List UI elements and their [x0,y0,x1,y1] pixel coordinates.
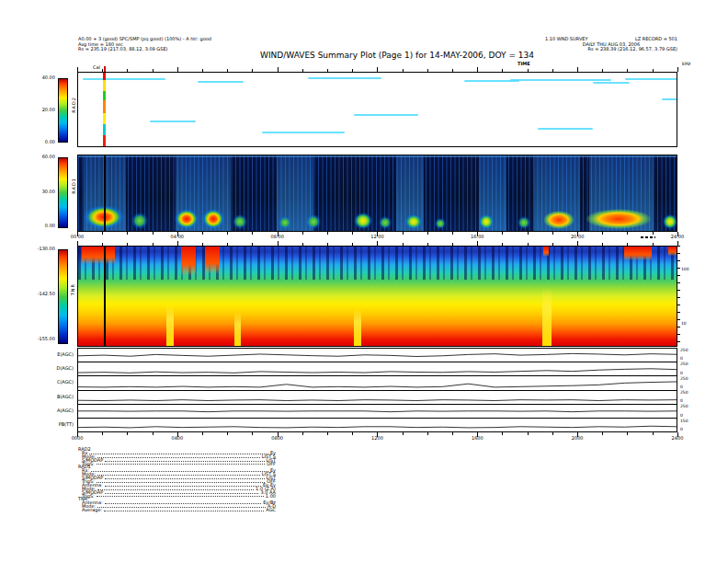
rad2-panel-label: RAD2 [71,97,76,113]
header-right-block: 1.10 WND SURVEY LZ RECORD = 501 DAILY TH… [545,37,677,52]
tnr-red-burst [181,247,196,276]
bottom-tick-label: 1600 [472,436,483,441]
bottom-tick-label: 2400 [672,436,684,441]
tnr-spectrogram-panel [77,246,677,347]
rad2-emission-streak [593,82,630,84]
calibration-line [104,247,106,346]
agc-strip-line [78,362,677,375]
frequency-unit-label: kHz [682,62,690,67]
tnr-right-tick-10: 10 [681,322,687,327]
rad2-colorbar-tick-max: 40.00 [26,75,55,80]
tnr-right-minor-ticks [677,246,680,347]
time-tick-label: 08:00 [270,235,283,239]
time-axis-label: TIME [518,62,530,67]
rad2-emission-streak [308,77,381,79]
rad1-panel-label: RAD1 [71,178,76,194]
strip-label-c(agc): C(AGC) [33,380,74,385]
strip-label-b(agc): B(AGC) [33,395,74,399]
rad1-emission-blob [405,214,422,229]
bottom-tick-label: 0000 [72,436,84,441]
bottom-tick-label: 2000 [572,436,584,441]
calibration-line [104,155,106,231]
rad2-emission-streak [510,79,611,81]
footer-leader-dots [97,456,259,458]
tnr-right-tick-100: 100 [681,268,689,272]
agc-strip-a(agc) [78,405,677,419]
agc-strip-pb(tt) [78,419,677,431]
rad1-emission-blob [233,214,247,229]
agc-strip-line [78,405,677,418]
footer-leader-dots [105,492,258,494]
rad1-emission-blob [131,213,148,229]
tnr-red-burst [624,247,652,260]
page-title: WIND/WAVES Summary Plot (Page 1) for 14-… [66,51,728,60]
rad2-emission-streak [354,114,418,116]
footer-leader-dots [105,477,264,479]
strip-right-tick-bottom: 0 [680,399,683,404]
tnr-red-burst [82,247,115,264]
tnr-red-burst [668,247,677,256]
bottom-tick-label: 0800 [271,436,283,441]
rad1-emission-blob [354,213,372,229]
rad2-spectrogram-panel [77,72,677,147]
footer-leader-dots [105,502,261,504]
bottom-tick-label: 0400 [171,436,183,441]
tnr-colorbar-tick-min: -155.00 [26,337,55,341]
rad2-emission-streak [150,121,196,122]
rad1-spectrogram-panel [77,155,677,232]
tnr-yellow-flare [166,304,174,346]
rad2-emission-streak [662,98,677,100]
agc-strip-line [78,391,677,404]
strip-right-tick-top: 250 [680,377,688,382]
footer-leader-dots [97,481,266,483]
footer-leader-dots [97,474,259,476]
footer-leader-dots [91,470,268,472]
strip-right-tick-bottom: 0 [680,372,683,376]
tnr-panel-label: TNR [70,283,75,295]
footer-leader-dots [105,460,264,462]
footer-leader-dots [97,506,266,508]
agc-strip-charts [77,348,677,432]
agc-strip-d(agc) [78,362,677,376]
time-tick-label: 04:00 [171,235,184,239]
rad1-emission-blob [306,214,321,229]
footer-leader-dots [97,463,266,465]
strip-right-tick-bottom: 0 [680,385,683,390]
rad2-emission-streak [538,128,593,130]
agc-strip-line [78,349,677,362]
strip-label-a(agc): A(AGC) [33,408,74,413]
strip-label-e(agc): E(AGC) [33,352,74,357]
strip-right-tick-bottom: 0 [680,357,683,362]
strip-right-tick-top: 250 [680,362,688,367]
rad2-colorbar-tick-mid: 20.00 [26,108,55,112]
footer-value: 1.00 [266,495,276,499]
tnr-yellow-flare [234,312,241,346]
tnr-yellow-flare [542,288,552,346]
strip-label-d(agc): D(AGC) [33,366,74,371]
time-tick-label: 24:00 [671,235,684,239]
rad1-emission-blob [279,216,291,229]
header-lz-record: LZ RECORD = 501 [635,37,677,42]
strip-right-tick-top: 250 [680,391,688,396]
footer-leader-dots [89,453,267,454]
footer-value: AGC [266,509,276,512]
rad1-emission-blob [175,209,199,229]
agc-strip-line [78,376,677,389]
calibration-spike [103,73,106,146]
strip-right-tick-top: 150 [680,419,688,424]
tnr-colorbar [58,249,68,344]
strip-right-tick-top: 250 [680,405,688,409]
header-position-line-right: Rs = 238.39 (216.12, 96.57, 3.79 GSE) [545,47,677,52]
tnr-red-burst [543,247,549,257]
rad1-colorbar-tick-min: 0.00 [26,224,55,228]
header-version: 1.10 WND SURVEY [545,37,588,42]
rad2-emission-streak [83,78,165,80]
rad2-colorbar [58,78,68,143]
strip-label-pb(tt): PB(TT) [33,422,74,427]
footer-leader-dots [97,495,264,497]
bottom-tick-label: 1200 [371,436,383,441]
footer-key: Average: [82,509,102,512]
rad1-emission-blob [543,211,574,229]
time-tick-label: 20:00 [571,235,584,239]
rad1-emission-blob [479,214,494,229]
